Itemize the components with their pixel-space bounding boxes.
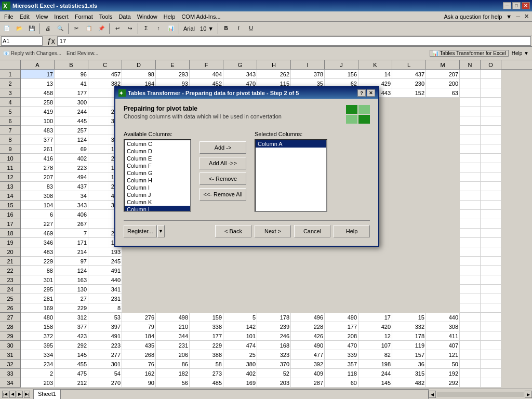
list-item[interactable]: Column D: [125, 148, 190, 155]
menu-file[interactable]: File: [1, 12, 17, 21]
register-section: Register... ▼: [124, 225, 165, 237]
transfer-buttons: Add -> Add All ->> <- Remove <<- Remove …: [200, 141, 246, 201]
list-item[interactable]: Column C: [125, 140, 190, 148]
selected-columns-label: Selected Columns:: [255, 131, 327, 137]
end-review-btn[interactable]: End Review...: [64, 50, 100, 56]
help-btn2[interactable]: Help ▼: [510, 50, 531, 56]
dialog-body: Prepairing for pivot table Choosing colu…: [115, 99, 378, 246]
toolbar-sep1: [39, 23, 40, 34]
print-btn[interactable]: 🖨: [42, 23, 54, 34]
register-button[interactable]: Register...: [124, 225, 157, 237]
footer-right: < Back Next > Cancel Help: [215, 225, 370, 237]
list-item[interactable]: Column I: [125, 184, 190, 191]
tables-transformer-btn[interactable]: 📊 Tables Transformer for Excel: [430, 50, 509, 57]
tab-next-btn[interactable]: ▶: [17, 391, 23, 398]
dialog-overlay: ✦ Tables Transformer - Preparing data fo…: [0, 60, 532, 389]
font-name[interactable]: Arial: [181, 25, 197, 32]
h-scroll-track[interactable]: [437, 392, 524, 397]
sheet-tab-sheet1[interactable]: Sheet1: [33, 389, 61, 399]
window-title: Microsoft Excel - statistics1.xls: [12, 3, 503, 9]
list-item[interactable]: Column J: [125, 191, 190, 198]
formula-bar: A1 ƒx 17: [0, 35, 532, 47]
selected-list-item[interactable]: Column A: [256, 140, 326, 148]
add-all-button[interactable]: Add All ->>: [200, 157, 246, 169]
scroll-left-btn[interactable]: ◀: [429, 391, 436, 398]
window-controls: ─ □ ✕: [503, 2, 530, 9]
menu-edit[interactable]: Edit: [17, 12, 33, 21]
selected-columns-listbox[interactable]: Column A: [255, 139, 327, 212]
open-btn[interactable]: 📂: [14, 23, 25, 34]
menu-data[interactable]: Data: [115, 12, 134, 21]
dialog-icon: ✦: [118, 89, 126, 97]
available-columns-label: Available Columns:: [124, 131, 191, 137]
dialog-help-btn[interactable]: ?: [357, 89, 366, 97]
fx-label: ƒx: [45, 37, 57, 45]
maximize-button[interactable]: □: [512, 2, 521, 9]
name-box[interactable]: A1: [1, 36, 43, 46]
available-columns-listbox[interactable]: Column CColumn DColumn EColumn FColumn G…: [124, 139, 191, 212]
list-item[interactable]: Column G: [125, 169, 190, 177]
toolbar-sep6: [218, 23, 218, 34]
redo-btn[interactable]: ↪: [124, 23, 136, 34]
ask-question-box[interactable]: Ask a question for help: [442, 14, 504, 20]
logo-cell-1: [346, 105, 357, 114]
dialog-title-bar: ✦ Tables Transformer - Preparing data fo…: [115, 87, 378, 99]
dialog-window-controls: ? ✕: [357, 89, 375, 97]
cancel-button[interactable]: Cancel: [294, 225, 330, 237]
new-btn[interactable]: 📄: [1, 23, 12, 34]
h-scrollbar[interactable]: ◀ ▶: [428, 389, 532, 399]
menu-view[interactable]: View: [33, 12, 51, 21]
menu-format[interactable]: Format: [72, 12, 96, 21]
formula-input[interactable]: 17: [57, 36, 531, 46]
help-dropdown[interactable]: ▼: [504, 14, 514, 20]
tab-prev-btn[interactable]: ◀: [9, 391, 16, 398]
save-btn[interactable]: 💾: [26, 23, 37, 34]
bottom-area: |◀ ◀ ▶ ▶| Sheet1 ◀ ▶: [0, 389, 532, 399]
toolbar-sep3: [109, 23, 110, 34]
paste-btn[interactable]: 📌: [96, 23, 107, 34]
close-button[interactable]: ✕: [522, 2, 530, 9]
toolbar-sep2: [68, 23, 69, 34]
dialog-subtext: Choosing columns with data which will be…: [124, 113, 282, 119]
menu-com-addins[interactable]: COM Add-Ins...: [178, 12, 223, 21]
window-close-icon[interactable]: ✕: [522, 13, 531, 20]
autosum-btn[interactable]: Σ: [140, 23, 152, 34]
underline-btn[interactable]: U: [245, 23, 257, 34]
menu-insert[interactable]: Insert: [51, 12, 72, 21]
menu-tools[interactable]: Tools: [96, 12, 116, 21]
remove-button[interactable]: <- Remove: [200, 172, 246, 185]
register-dropdown-button[interactable]: ▼: [157, 225, 165, 237]
columns-area: Available Columns: Column CColumn DColum…: [124, 131, 370, 212]
window-min-icon[interactable]: ─: [514, 14, 522, 20]
dialog-close-btn[interactable]: ✕: [367, 89, 375, 97]
copy-btn[interactable]: 📋: [83, 23, 95, 34]
remove-all-button[interactable]: <<- Remove All: [200, 188, 246, 201]
cut-btn[interactable]: ✂: [71, 23, 82, 34]
menu-window[interactable]: Window: [134, 12, 161, 21]
main-toolbar: 📄 📂 💾 🖨 🔍 ✂ 📋 📌 ↩ ↪ Σ ↑ 📊 Arial 10 ▼ B I…: [0, 22, 532, 35]
minimize-button[interactable]: ─: [503, 2, 511, 9]
bold-btn[interactable]: B: [220, 23, 232, 34]
tab-first-btn[interactable]: |◀: [2, 391, 8, 398]
back-button[interactable]: < Back: [215, 225, 251, 237]
undo-btn[interactable]: ↩: [112, 23, 123, 34]
menu-help[interactable]: Help: [161, 12, 179, 21]
sort-asc-btn[interactable]: ↑: [153, 23, 164, 34]
chart-btn[interactable]: 📊: [165, 23, 177, 34]
add-button[interactable]: Add ->: [200, 141, 246, 154]
reply-changes-btn[interactable]: 📧 Reply with Changes...: [1, 50, 63, 56]
help-button[interactable]: Help: [334, 225, 370, 237]
preview-btn[interactable]: 🔍: [55, 23, 66, 34]
font-size[interactable]: 10 ▼: [198, 25, 216, 32]
list-item[interactable]: Column F: [125, 162, 190, 169]
list-item[interactable]: Column L: [125, 206, 190, 212]
next-button[interactable]: Next >: [255, 225, 291, 237]
tab-nav-buttons: |◀ ◀ ▶ ▶|: [0, 389, 32, 399]
list-item[interactable]: Column H: [125, 177, 190, 184]
list-item[interactable]: Column K: [125, 198, 190, 206]
svg-text:X: X: [3, 3, 7, 10]
list-item[interactable]: Column E: [125, 155, 190, 162]
italic-btn[interactable]: I: [233, 23, 244, 34]
tab-last-btn[interactable]: ▶|: [24, 391, 30, 398]
scroll-right-btn[interactable]: ▶: [525, 391, 532, 398]
